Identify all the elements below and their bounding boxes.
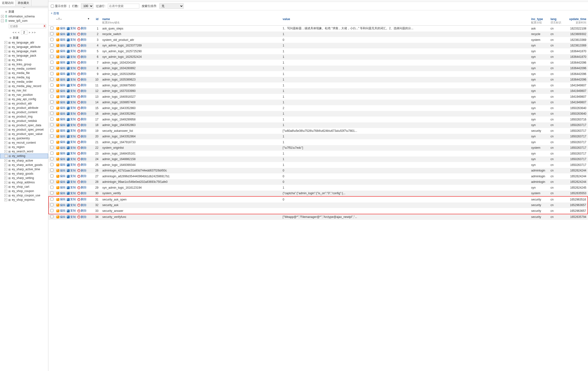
expand-icon[interactable]: + bbox=[4, 190, 7, 192]
expand-icon[interactable]: + bbox=[4, 137, 7, 140]
copy-button[interactable]: 复制 bbox=[67, 163, 76, 167]
sidebar-table-item[interactable]: +▦ey_region bbox=[0, 145, 48, 149]
row-checkbox[interactable] bbox=[50, 209, 53, 212]
sort-select[interactable]: 无 bbox=[159, 3, 184, 9]
table-row[interactable]: 编辑 复制 删除7admin_logic_16342041891syncn163… bbox=[49, 60, 588, 65]
edit-button[interactable]: 编辑 bbox=[56, 32, 65, 36]
edit-button[interactable]: 编辑 bbox=[56, 117, 65, 121]
delete-button[interactable]: 删除 bbox=[77, 78, 87, 82]
row-checkbox[interactable] bbox=[50, 146, 53, 149]
edit-button[interactable]: 编辑 bbox=[56, 106, 65, 110]
copy-button[interactable]: 复制 bbox=[67, 38, 76, 42]
table-row[interactable]: 编辑 复制 删除24admin_logic_16488821581syncn16… bbox=[49, 157, 588, 162]
copy-button[interactable]: 复制 bbox=[67, 140, 76, 144]
pager-page-input[interactable] bbox=[21, 30, 27, 35]
table-row[interactable]: 编辑 复制 删除21admin_logic_16479187331syncn16… bbox=[49, 139, 588, 145]
row-checkbox[interactable] bbox=[50, 157, 53, 160]
copy-button[interactable]: 复制 bbox=[67, 32, 76, 36]
copy-button[interactable]: 复制 bbox=[67, 72, 76, 76]
sidebar-table-item[interactable]: +▦ey_shop_coupon_use bbox=[0, 193, 48, 198]
sidebar-table-item[interactable]: +▦ey_product_spec_value bbox=[0, 132, 48, 136]
row-checkbox[interactable] bbox=[50, 129, 53, 132]
delete-button[interactable]: 删除 bbox=[77, 89, 87, 93]
table-row[interactable]: 编辑 复制 删除10admin_logic_16353896231syncn16… bbox=[49, 77, 588, 83]
edit-button[interactable]: 编辑 bbox=[56, 49, 65, 53]
expand-icon[interactable]: + bbox=[4, 128, 7, 131]
delete-button[interactable]: 删除 bbox=[77, 203, 87, 207]
table-row[interactable]: 编辑 复制 删除31security_ask_open0securitycn16… bbox=[49, 196, 588, 202]
delete-button[interactable]: 删除 bbox=[77, 186, 87, 190]
expand-icon[interactable]: + bbox=[4, 181, 7, 184]
edit-button[interactable]: 编辑 bbox=[56, 135, 65, 138]
edit-button[interactable]: 编辑 bbox=[56, 169, 65, 173]
sidebar-table-item[interactable]: +▦ey_sharp_active_time bbox=[0, 167, 48, 171]
edit-button[interactable]: 编辑 bbox=[56, 78, 65, 82]
edit-button[interactable]: 编辑 bbox=[56, 89, 65, 93]
tab-favorites[interactable]: 表收藏夹 bbox=[16, 0, 32, 6]
table-row[interactable]: 编辑 复制 删除34security_verifyfunc["Weapp@*",… bbox=[49, 214, 588, 220]
copy-button[interactable]: 复制 bbox=[67, 55, 76, 59]
sidebar-table-item[interactable]: +▦ey_shop_address bbox=[0, 180, 48, 185]
delete-button[interactable]: 删除 bbox=[77, 163, 87, 167]
copy-button[interactable]: 复制 bbox=[67, 100, 76, 105]
expand-icon[interactable]: + bbox=[4, 93, 7, 96]
expand-icon[interactable]: + bbox=[4, 141, 7, 144]
table-row[interactable]: 编辑 复制 删除8admin_logic_16342808921syncn163… bbox=[49, 65, 588, 71]
row-checkbox[interactable] bbox=[50, 38, 53, 41]
col-id[interactable]: id bbox=[91, 16, 101, 26]
delete-button[interactable]: 删除 bbox=[77, 49, 87, 53]
copy-button[interactable]: 复制 bbox=[67, 117, 76, 121]
sidebar-table-item[interactable]: +▦ey_language_attr bbox=[0, 40, 48, 45]
table-row[interactable]: 编辑 复制 删除26adminlogin_427d1aac31a93d744ed… bbox=[49, 168, 588, 174]
sidebar-table-item[interactable]: +▦ey_links_group bbox=[0, 62, 48, 66]
delete-button[interactable]: 删除 bbox=[77, 43, 87, 48]
tab-recent[interactable]: 近期访问 bbox=[0, 0, 16, 6]
edit-button[interactable]: 编辑 bbox=[56, 157, 65, 161]
table-row[interactable]: 编辑 复制 删除25admin_logic_16493993441syncn16… bbox=[49, 162, 588, 168]
sidebar-table-item[interactable]: +▦ey_media_order bbox=[0, 80, 48, 84]
delete-button[interactable]: 删除 bbox=[77, 106, 87, 110]
sidebar-table-item[interactable]: +▦ey_quickentry bbox=[0, 136, 48, 140]
sidebar-table-item[interactable]: +▦ey_pay_api_config bbox=[0, 97, 48, 101]
delete-button[interactable]: 删除 bbox=[77, 197, 87, 201]
sidebar-table-item[interactable]: +▦ey_recruit_content bbox=[0, 140, 48, 145]
expand-icon[interactable]: + bbox=[4, 115, 7, 118]
copy-button[interactable]: 复制 bbox=[67, 135, 76, 138]
row-checkbox[interactable] bbox=[50, 123, 53, 126]
options-toggle[interactable]: + 选项 bbox=[48, 11, 588, 16]
edit-button[interactable]: 编辑 bbox=[56, 151, 65, 156]
table-row[interactable]: 编辑 复制 删除13admin_logic_16409183271syncn16… bbox=[49, 94, 588, 100]
copy-button[interactable]: 复制 bbox=[67, 26, 76, 31]
edit-button[interactable]: 编辑 bbox=[56, 43, 65, 48]
expand-icon[interactable]: + bbox=[4, 146, 7, 148]
expand-icon[interactable]: + bbox=[4, 111, 7, 114]
table-row[interactable]: 编辑 复制 删除15admin_logic_16433528602syncn16… bbox=[49, 105, 588, 111]
table-row[interactable]: 编辑 复制 删除33security_answersecuritycn16529… bbox=[49, 208, 588, 214]
tree-inner-new[interactable]: ⊕ 新建 bbox=[0, 35, 48, 40]
delete-button[interactable]: 删除 bbox=[77, 112, 87, 116]
copy-button[interactable]: 复制 bbox=[67, 146, 76, 150]
row-checkbox[interactable] bbox=[50, 49, 53, 53]
copy-button[interactable]: 复制 bbox=[67, 123, 76, 127]
edit-button[interactable]: 编辑 bbox=[56, 146, 65, 150]
table-row[interactable]: 编辑 复制 删除19security_askanswer_list["\u60a… bbox=[49, 128, 588, 134]
edit-button[interactable]: 编辑 bbox=[56, 191, 65, 195]
row-checkbox[interactable] bbox=[50, 72, 53, 75]
delete-button[interactable]: 删除 bbox=[77, 117, 87, 121]
delete-button[interactable]: 删除 bbox=[77, 129, 87, 133]
sidebar-table-item[interactable]: +▦ey_nav_position bbox=[0, 93, 48, 97]
edit-button[interactable]: 编辑 bbox=[56, 123, 65, 127]
copy-button[interactable]: 复制 bbox=[67, 186, 76, 190]
sort-indicator-icon[interactable]: ▼ bbox=[87, 17, 90, 20]
expand-icon[interactable]: + bbox=[4, 89, 7, 92]
expand-icon[interactable]: + bbox=[4, 133, 7, 136]
col-name[interactable]: name 配置的key键名 bbox=[101, 16, 281, 26]
delete-button[interactable]: 删除 bbox=[77, 174, 87, 178]
edit-button[interactable]: 编辑 bbox=[56, 180, 65, 184]
copy-button[interactable]: 复制 bbox=[67, 95, 76, 99]
expand-icon[interactable]: + bbox=[4, 150, 7, 153]
col-update[interactable]: update_time 更新时间 bbox=[564, 16, 588, 26]
copy-button[interactable]: 复制 bbox=[67, 180, 76, 184]
delete-button[interactable]: 删除 bbox=[77, 55, 87, 59]
delete-button[interactable]: 删除 bbox=[77, 38, 87, 42]
